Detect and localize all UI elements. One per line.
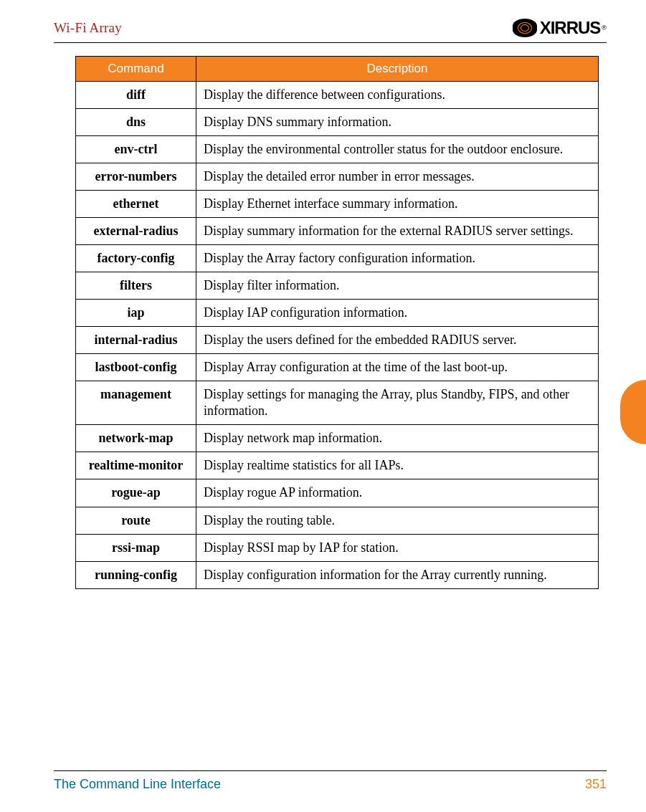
table-row: realtime-monitorDisplay realtime statist…	[76, 452, 599, 479]
command-cell: rogue-ap	[76, 479, 196, 507]
command-cell: env-ctrl	[76, 136, 196, 163]
table-row: running-configDisplay configuration info…	[76, 561, 599, 588]
command-cell: network-map	[76, 425, 196, 452]
description-cell: Display Ethernet interface summary infor…	[196, 191, 599, 218]
table-row: network-mapDisplay network map informati…	[76, 425, 599, 452]
description-cell: Display network map information.	[196, 425, 599, 452]
table-row: factory-configDisplay the Array factory …	[76, 245, 599, 272]
brand-logo: XIRRUS®	[513, 18, 607, 38]
command-cell: diff	[76, 82, 196, 109]
table-row: routeDisplay the routing table.	[76, 507, 599, 534]
command-cell: internal-radius	[76, 327, 196, 354]
document-title: Wi-Fi Array	[54, 20, 122, 36]
description-cell: Display IAP configuration information.	[196, 300, 599, 327]
table-row: env-ctrlDisplay the environmental contro…	[76, 136, 599, 163]
table-header-row: Command Description	[76, 57, 599, 82]
command-cell: management	[76, 381, 196, 425]
col-description: Description	[196, 57, 599, 82]
command-cell: factory-config	[76, 245, 196, 272]
command-cell: dns	[76, 109, 196, 136]
command-table: Command Description diffDisplay the diff…	[75, 56, 599, 589]
table-row: iapDisplay IAP configuration information…	[76, 300, 599, 327]
description-cell: Display settings for managing the Array,…	[196, 381, 599, 425]
table-row: diffDisplay the difference between confi…	[76, 82, 599, 109]
command-cell: external-radius	[76, 218, 196, 245]
command-cell: realtime-monitor	[76, 452, 196, 479]
table-row: external-radiusDisplay summary informati…	[76, 218, 599, 245]
command-cell: rssi-map	[76, 534, 196, 561]
footer-section-title: The Command Line Interface	[54, 777, 221, 792]
description-cell: Display summary information for the exte…	[196, 218, 599, 245]
col-command: Command	[76, 57, 196, 82]
footer-page-number: 351	[585, 777, 607, 792]
table-row: filtersDisplay filter information.	[76, 272, 599, 300]
description-cell: Display the routing table.	[196, 507, 599, 534]
table-row: lastboot-configDisplay Array configurati…	[76, 354, 599, 381]
description-cell: Display RSSI map by IAP for station.	[196, 534, 599, 561]
description-cell: Display the environmental controller sta…	[196, 136, 599, 163]
command-cell: route	[76, 507, 196, 534]
command-cell: iap	[76, 300, 196, 327]
description-cell: Display the detailed error number in err…	[196, 163, 599, 191]
table-row: internal-radiusDisplay the users defined…	[76, 327, 599, 354]
logo-text: XIRRUS	[540, 18, 601, 38]
description-cell: Display the Array factory configuration …	[196, 245, 599, 272]
description-cell: Display realtime statistics for all IAPs…	[196, 452, 599, 479]
description-cell: Display Array configuration at the time …	[196, 354, 599, 381]
table-row: dnsDisplay DNS summary information.	[76, 109, 599, 136]
description-cell: Display the users defined for the embedd…	[196, 327, 599, 354]
registered-icon: ®	[602, 24, 607, 32]
command-cell: filters	[76, 272, 196, 300]
description-cell: Display rogue AP information.	[196, 479, 599, 507]
description-cell: Display filter information.	[196, 272, 599, 300]
command-cell: ethernet	[76, 191, 196, 218]
table-row: ethernetDisplay Ethernet interface summa…	[76, 191, 599, 218]
description-cell: Display configuration information for th…	[196, 561, 599, 588]
command-cell: running-config	[76, 561, 196, 588]
description-cell: Display the difference between configura…	[196, 82, 599, 109]
page-footer: The Command Line Interface 351	[54, 770, 607, 792]
description-cell: Display DNS summary information.	[196, 109, 599, 136]
table-row: rssi-mapDisplay RSSI map by IAP for stat…	[76, 534, 599, 561]
command-cell: lastboot-config	[76, 354, 196, 381]
section-tab	[620, 380, 646, 444]
signal-icon	[513, 19, 537, 37]
table-row: error-numbersDisplay the detailed error …	[76, 163, 599, 191]
page-header: Wi-Fi Array XIRRUS®	[54, 18, 607, 43]
table-row: managementDisplay settings for managing …	[76, 381, 599, 425]
table-row: rogue-apDisplay rogue AP information.	[76, 479, 599, 507]
command-cell: error-numbers	[76, 163, 196, 191]
